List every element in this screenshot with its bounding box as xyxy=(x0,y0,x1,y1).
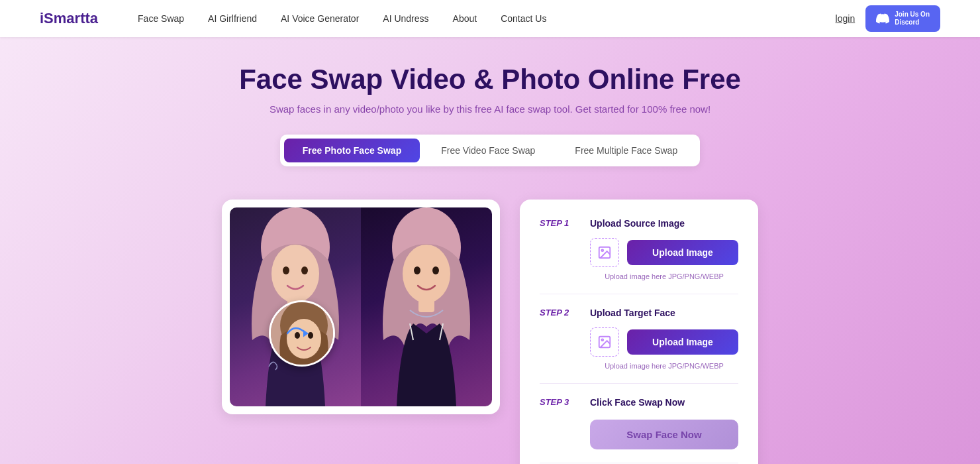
nav-contact-us[interactable]: Contact Us xyxy=(501,13,546,24)
hero-title: Face Swap Video & Photo Online Free xyxy=(13,64,967,95)
svg-rect-15 xyxy=(418,299,434,312)
step-3-content: Click Face Swap Now Swap Face Now xyxy=(590,397,738,449)
step-2-hint: Upload image here JPG/PNG/WEBP xyxy=(590,362,738,370)
image-icon-2 xyxy=(597,335,612,349)
nav-face-swap[interactable]: Face Swap xyxy=(138,13,184,24)
main-content: STEP 1 Upload Source Image Upload Image … xyxy=(93,200,887,464)
demo-images xyxy=(230,207,492,406)
login-link[interactable]: login xyxy=(836,13,856,24)
hero-subtitle: Swap faces in any video/photo you like b… xyxy=(13,103,967,115)
step-1-row: STEP 1 Upload Source Image Upload Image … xyxy=(540,218,738,294)
step-1-title: Upload Source Image xyxy=(590,218,738,229)
step-2-title: Upload Target Face xyxy=(590,308,738,318)
step-3-row: STEP 3 Click Face Swap Now Swap Face Now xyxy=(540,397,738,463)
nav-links: Face Swap AI Girlfriend AI Voice Generat… xyxy=(138,13,836,24)
step-1-label: STEP 1 xyxy=(540,218,579,228)
image-icon xyxy=(597,245,612,260)
svg-point-13 xyxy=(414,266,420,274)
tabs-container: Free Photo Face Swap Free Video Face Swa… xyxy=(13,135,967,166)
svg-point-2 xyxy=(283,266,289,274)
svg-point-19 xyxy=(601,339,603,341)
tab-photo-face-swap[interactable]: Free Photo Face Swap xyxy=(284,139,420,162)
step-1-upload-button[interactable]: Upload Image xyxy=(627,240,738,265)
step-2-upload-button[interactable]: Upload Image xyxy=(627,329,738,355)
step-1-upload-row: Upload Image xyxy=(590,238,738,267)
tabs: Free Photo Face Swap Free Video Face Swa… xyxy=(280,135,700,166)
demo-image-left xyxy=(230,207,361,406)
navbar: iSmartta Face Swap AI Girlfriend AI Voic… xyxy=(0,0,980,37)
demo-panel xyxy=(222,200,500,414)
step-3-title: Click Face Swap Now xyxy=(590,397,738,408)
discord-button[interactable]: Join Us OnDiscord xyxy=(865,5,940,32)
step-1-upload-icon xyxy=(590,238,619,267)
svg-marker-10 xyxy=(303,329,309,337)
discord-icon xyxy=(876,12,889,25)
swap-arrow-icon xyxy=(285,320,311,347)
navbar-right: login Join Us OnDiscord xyxy=(836,5,940,32)
tab-multiple-face-swap[interactable]: Free Multiple Face Swap xyxy=(556,139,696,162)
step-2-row: STEP 2 Upload Target Face Upload Image U… xyxy=(540,308,738,384)
nav-ai-girlfriend[interactable]: AI Girlfriend xyxy=(208,13,257,24)
nav-ai-voice-generator[interactable]: AI Voice Generator xyxy=(281,13,359,24)
nav-ai-undress[interactable]: AI Undress xyxy=(383,13,428,24)
svg-point-1 xyxy=(271,245,319,303)
swap-face-now-button[interactable]: Swap Face Now xyxy=(590,420,738,449)
step-panel: STEP 1 Upload Source Image Upload Image … xyxy=(520,200,758,464)
step-3-label: STEP 3 xyxy=(540,397,579,407)
demo-image-right xyxy=(361,207,492,406)
person-right-svg xyxy=(360,207,492,406)
step-2-upload-row: Upload Image xyxy=(590,327,738,357)
tab-video-face-swap[interactable]: Free Video Face Swap xyxy=(422,139,554,162)
hero-section: Face Swap Video & Photo Online Free Swap… xyxy=(0,37,980,200)
svg-point-17 xyxy=(601,249,603,251)
brand-logo[interactable]: iSmartta xyxy=(40,10,98,27)
step-2-content: Upload Target Face Upload Image Upload i… xyxy=(590,308,738,370)
nav-about[interactable]: About xyxy=(453,13,477,24)
svg-point-12 xyxy=(403,245,450,303)
step-1-content: Upload Source Image Upload Image Upload … xyxy=(590,218,738,280)
svg-point-14 xyxy=(432,266,439,274)
step-1-hint: Upload image here JPG/PNG/WEBP xyxy=(590,272,738,280)
step-2-label: STEP 2 xyxy=(540,308,579,318)
svg-point-3 xyxy=(301,266,308,274)
step-2-upload-icon xyxy=(590,327,619,357)
